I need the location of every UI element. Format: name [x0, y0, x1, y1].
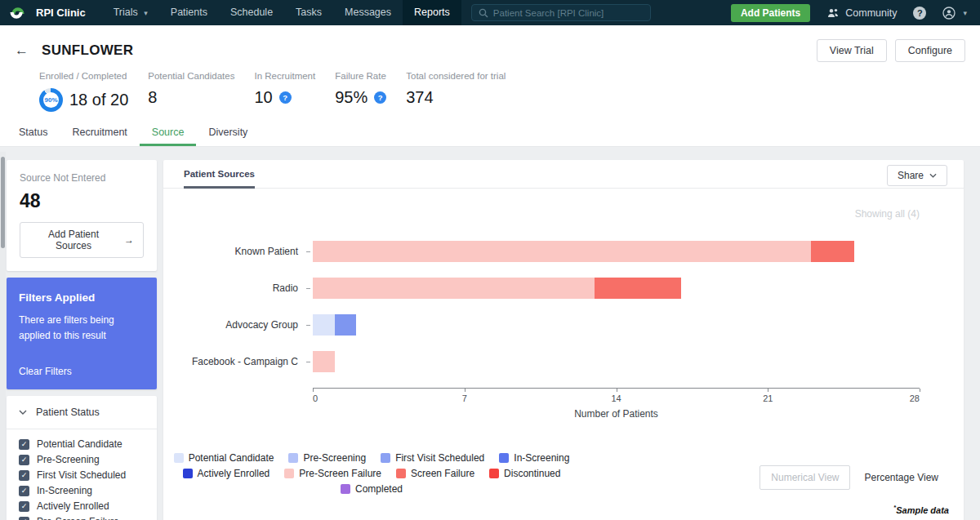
legend-label: Completed — [355, 483, 403, 495]
nav-item-trials[interactable]: Trials ▾ — [102, 0, 159, 25]
checkbox-checked-icon[interactable]: ✓ — [19, 486, 29, 496]
bar-segment[interactable] — [595, 278, 681, 299]
page-title: SUNFLOWER — [42, 42, 133, 59]
info-icon[interactable]: ? — [279, 91, 292, 104]
stat-potential-candidates: Potential Candidates 8 — [148, 71, 234, 112]
top-navbar: RPI Clinic Trials ▾ Patients Schedule Ta… — [0, 0, 980, 25]
nav-item-patients[interactable]: Patients — [159, 0, 219, 25]
tab-status[interactable]: Status — [7, 122, 60, 146]
percentage-view-button[interactable]: Percentage View — [853, 466, 949, 489]
numerical-view-button[interactable]: Numerical View — [760, 465, 850, 490]
help-icon[interactable]: ? — [913, 7, 926, 20]
legend-label: Pre-Screening — [303, 452, 366, 464]
x-axis-tick-label: 7 — [462, 393, 467, 403]
bar-track — [313, 351, 920, 372]
clear-filters-link[interactable]: Clear Filters — [19, 366, 145, 377]
legend-label: Pre-Screen Failure — [299, 468, 381, 479]
legend-label: Screen Failure — [411, 468, 474, 479]
tab-source[interactable]: Source — [140, 122, 197, 146]
chevron-down-icon — [929, 173, 937, 178]
legend-item: In-Screening — [499, 452, 569, 464]
view-trial-button[interactable]: View Trial — [817, 39, 887, 62]
bar-segment[interactable] — [313, 278, 595, 299]
category-tick — [306, 251, 310, 252]
category-label: Facebook - Campaign C — [184, 356, 306, 367]
tab-diversity[interactable]: Diversity — [196, 122, 260, 146]
chart-legend: Potential CandidatePre-ScreeningFirst Vi… — [188, 452, 555, 495]
search-input[interactable] — [493, 8, 644, 18]
x-axis-tick — [465, 389, 466, 392]
legend-label: Potential Candidate — [189, 452, 274, 464]
tab-patient-sources[interactable]: Patient Sources — [184, 160, 255, 189]
bar-row: Facebook - Campaign C — [184, 351, 920, 372]
bar-segment[interactable] — [335, 314, 357, 336]
nav-item-community[interactable]: Community — [826, 7, 897, 19]
profile-menu[interactable]: ▾ — [942, 7, 967, 20]
configure-button[interactable]: Configure — [895, 39, 965, 62]
category-tick — [306, 362, 310, 362]
x-axis-tick — [313, 389, 314, 392]
add-patient-sources-button[interactable]: Add Patient Sources → — [20, 222, 144, 258]
search-icon — [479, 8, 488, 18]
source-not-entered-label: Source Not Entered — [20, 172, 144, 184]
legend-color-chip — [288, 453, 298, 463]
legend-item: Potential Candidate — [174, 452, 274, 464]
filters-applied-card: Filters Applied There are filters being … — [7, 278, 157, 389]
checkbox-checked-icon[interactable]: ✓ — [19, 517, 29, 520]
category-tick — [306, 325, 310, 326]
app-logo-icon[interactable] — [8, 4, 26, 22]
filter-pre-screening[interactable]: ✓ Pre-Screening — [19, 454, 145, 465]
back-arrow-icon[interactable]: ← — [15, 42, 29, 59]
bar-segment[interactable] — [313, 241, 811, 262]
nav-item-messages[interactable]: Messages — [333, 0, 403, 25]
filters-applied-title: Filters Applied — [19, 291, 145, 304]
filter-first-visit-scheduled[interactable]: ✓ First Visit Scheduled — [19, 469, 145, 481]
x-axis-tick — [617, 389, 617, 392]
filter-actively-enrolled[interactable]: ✓ Actively Enrolled — [19, 500, 145, 512]
legend-item: Pre-Screen Failure — [284, 468, 381, 479]
bar-segment[interactable] — [811, 241, 854, 262]
legend-color-chip — [174, 453, 184, 463]
legend-item: Pre-Screening — [288, 452, 366, 464]
x-axis-label: Number of Patients — [313, 408, 920, 420]
patient-status-header[interactable]: Patient Status — [7, 396, 157, 429]
checkbox-checked-icon[interactable]: ✓ — [19, 439, 29, 450]
bar-segment[interactable] — [313, 314, 335, 336]
stat-enrolled-completed: Enrolled / Completed 90% 18 of 20 — [39, 71, 128, 112]
x-axis-tick-label: 28 — [910, 393, 920, 403]
legend-label: In-Screening — [514, 452, 569, 464]
scrollbar-thumb[interactable] — [1, 157, 5, 248]
add-patients-button[interactable]: Add Patients — [731, 4, 810, 22]
filter-pre-screen-failure[interactable]: ✓ Pre-Screen Failure — [19, 516, 145, 520]
legend-label: Actively Enrolled — [198, 468, 270, 479]
progress-donut: 90% — [39, 88, 63, 112]
legend-item: Discontinued — [489, 468, 560, 479]
trial-header: ← SUNFLOWER View Trial Configure Enrolle… — [0, 25, 980, 147]
patient-search[interactable] — [471, 4, 651, 21]
chevron-down-icon — [19, 410, 27, 415]
scrollbar-track[interactable] — [0, 152, 6, 520]
filter-in-screening[interactable]: ✓ In-Screening — [19, 485, 145, 496]
tab-recruitment[interactable]: Recruitment — [60, 122, 139, 146]
category-tick — [306, 288, 310, 289]
category-label: Radio — [184, 282, 306, 294]
legend-item: First Visit Scheduled — [381, 452, 484, 464]
filter-potential-candidate[interactable]: ✓ Potential Candidate — [19, 438, 145, 450]
checkbox-checked-icon[interactable]: ✓ — [19, 470, 29, 481]
clinic-name[interactable]: RPI Clinic — [36, 7, 86, 19]
nav-item-tasks[interactable]: Tasks — [284, 0, 333, 25]
nav-item-schedule[interactable]: Schedule — [219, 0, 284, 25]
x-axis-tick-label: 21 — [763, 393, 773, 403]
x-axis: 07142128 — [313, 388, 920, 406]
checkbox-checked-icon[interactable]: ✓ — [19, 455, 29, 465]
share-button[interactable]: Share — [887, 165, 947, 186]
nav-item-reports[interactable]: Reports — [403, 0, 461, 25]
bar-segment[interactable] — [313, 351, 335, 372]
legend-label: First Visit Scheduled — [395, 452, 484, 464]
chart-rows: Known PatientRadioAdvocacy GroupFacebook… — [184, 241, 920, 372]
legend-color-chip — [341, 484, 350, 494]
checkbox-checked-icon[interactable]: ✓ — [19, 501, 29, 512]
info-icon[interactable]: ? — [374, 91, 386, 104]
report-tabs: Status Recruitment Source Diversity — [7, 122, 260, 146]
bar-row: Radio — [184, 278, 920, 299]
